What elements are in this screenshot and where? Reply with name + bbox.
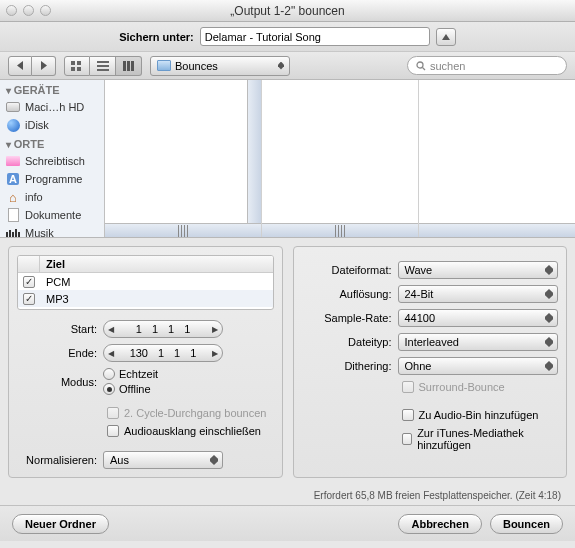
dithering-label: Dithering: — [302, 360, 392, 372]
samplerate-popup[interactable]: 44100 — [398, 309, 559, 327]
scrollbar[interactable] — [419, 223, 575, 237]
expand-browser-button[interactable] — [436, 28, 456, 46]
checkbox[interactable] — [107, 425, 119, 437]
home-icon: ⌂ — [6, 190, 20, 204]
column-view-button[interactable] — [116, 56, 142, 76]
browser-toolbar: Bounces suchen — [0, 52, 575, 80]
include-tail-checkbox[interactable]: Audioausklang einschließen — [107, 425, 274, 437]
dest-row-pcm[interactable]: PCM — [18, 273, 273, 290]
dialog-footer: Neuer Ordner Abbrechen Bouncen — [0, 505, 575, 541]
browser-sidebar: ▾ GERÄTE Maci…h HD iDisk ▾ ORTE Schreibt… — [0, 80, 105, 237]
add-to-bin-checkbox[interactable]: Zu Audio-Bin hinzufügen — [402, 409, 559, 421]
save-as-label: Sichern unter: — [119, 31, 194, 43]
dest-label: M4A: AAC — [40, 310, 273, 311]
sidebar-item-documents[interactable]: Dokumente — [0, 206, 104, 224]
bounce-button[interactable]: Bouncen — [490, 514, 563, 534]
sidebar-item-label: Musik — [25, 227, 54, 237]
scrollbar[interactable] — [262, 223, 418, 237]
surround-checkbox: Surround-Bounce — [402, 381, 559, 393]
dest-row-mp3[interactable]: MP3 — [18, 290, 273, 307]
add-to-itunes-checkbox[interactable]: Zur iTunes-Mediathek hinzufügen — [402, 427, 559, 451]
normalize-popup[interactable]: Aus — [103, 451, 223, 469]
dithering-popup[interactable]: Ohne — [398, 357, 559, 375]
idisk-icon — [7, 119, 20, 132]
sidebar-item-label: info — [25, 191, 43, 203]
svg-rect-17 — [6, 232, 8, 237]
triangle-left-icon[interactable]: ◀ — [108, 349, 114, 358]
checkbox[interactable] — [23, 310, 35, 311]
sidebar-item-hd[interactable]: Maci…h HD — [0, 98, 104, 116]
svg-rect-19 — [12, 232, 14, 237]
save-row: Sichern unter: — [0, 22, 575, 52]
end-label: Ende: — [17, 347, 97, 359]
sidebar-item-label: Dokumente — [25, 209, 81, 221]
cancel-button[interactable]: Abbrechen — [398, 514, 481, 534]
list-view-button[interactable] — [90, 56, 116, 76]
file-browser: ▾ GERÄTE Maci…h HD iDisk ▾ ORTE Schreibt… — [0, 80, 575, 238]
file-format-popup[interactable]: Wave — [398, 261, 559, 279]
resize-handle-icon[interactable] — [178, 225, 188, 237]
mode-label: Modus: — [17, 376, 97, 388]
sidebar-item-music[interactable]: Musik — [0, 224, 104, 237]
triangle-right-icon[interactable]: ▶ — [212, 325, 218, 334]
checkbox[interactable] — [402, 409, 414, 421]
harddrive-icon — [6, 102, 20, 112]
destination-table: Ziel PCM MP3 M4A: AAC Brennen: CDDA — [17, 255, 274, 310]
sidebar-item-apps[interactable]: AProgramme — [0, 170, 104, 188]
path-popup[interactable]: Bounces — [150, 56, 290, 76]
nav-back-button[interactable] — [8, 56, 32, 76]
resize-handle-icon[interactable] — [335, 225, 345, 237]
sidebar-item-label: Maci…h HD — [25, 101, 84, 113]
triangle-left-icon[interactable]: ◀ — [108, 325, 114, 334]
filetype-popup[interactable]: Interleaved — [398, 333, 559, 351]
mode-offline-radio[interactable]: Offline — [103, 383, 158, 395]
folder-icon — [157, 60, 171, 71]
new-folder-button[interactable]: Neuer Ordner — [12, 514, 109, 534]
icon-view-button[interactable] — [64, 56, 90, 76]
svg-text:A: A — [9, 173, 17, 185]
start-position-stepper[interactable]: ◀ 1111 ▶ — [103, 320, 223, 338]
list-icon — [97, 61, 109, 71]
nav-forward-button[interactable] — [32, 56, 56, 76]
format-label: Dateiformat: — [302, 264, 392, 276]
samplerate-label: Sample-Rate: — [302, 312, 392, 324]
checkbox[interactable] — [23, 293, 35, 305]
column-browser[interactable] — [105, 80, 575, 237]
search-icon — [416, 61, 426, 71]
scrollbar[interactable] — [247, 80, 261, 223]
svg-rect-20 — [15, 229, 17, 237]
path-folder-label: Bounces — [175, 60, 218, 72]
document-icon — [8, 208, 19, 222]
dest-row-aac[interactable]: M4A: AAC — [18, 307, 273, 310]
search-field[interactable]: suchen — [407, 56, 567, 75]
end-position-stepper[interactable]: ◀ 130111 ▶ — [103, 344, 223, 362]
svg-rect-11 — [127, 61, 130, 71]
sidebar-section-places: ▾ ORTE — [0, 134, 104, 152]
checkbox — [107, 407, 119, 419]
mode-realtime-radio[interactable]: Echtzeit — [103, 368, 158, 380]
search-placeholder: suchen — [430, 60, 465, 72]
resolution-popup[interactable]: 24-Bit — [398, 285, 559, 303]
columns-icon — [123, 61, 135, 71]
radio-icon — [103, 383, 115, 395]
svg-rect-9 — [97, 69, 109, 71]
filename-input[interactable] — [200, 27, 430, 46]
svg-marker-0 — [442, 34, 450, 40]
checkbox[interactable] — [402, 433, 413, 445]
scrollbar[interactable] — [105, 223, 261, 237]
svg-line-14 — [423, 67, 426, 70]
triangle-right-icon[interactable]: ▶ — [212, 349, 218, 358]
right-options: Dateiformat:Wave Auflösung:24-Bit Sample… — [293, 246, 568, 478]
sidebar-item-home[interactable]: ⌂info — [0, 188, 104, 206]
svg-rect-7 — [97, 61, 109, 63]
checkbox[interactable] — [23, 276, 35, 288]
svg-rect-6 — [77, 67, 81, 71]
second-cycle-checkbox: 2. Cycle-Durchgang bouncen — [107, 407, 274, 419]
sidebar-item-desktop[interactable]: Schreibtisch — [0, 152, 104, 170]
svg-rect-10 — [123, 61, 126, 71]
options-area: Ziel PCM MP3 M4A: AAC Brennen: CDDA Star… — [0, 238, 575, 486]
sidebar-item-idisk[interactable]: iDisk — [0, 116, 104, 134]
applications-icon: A — [6, 172, 20, 186]
dest-label: PCM — [40, 276, 273, 288]
svg-rect-3 — [71, 61, 75, 65]
